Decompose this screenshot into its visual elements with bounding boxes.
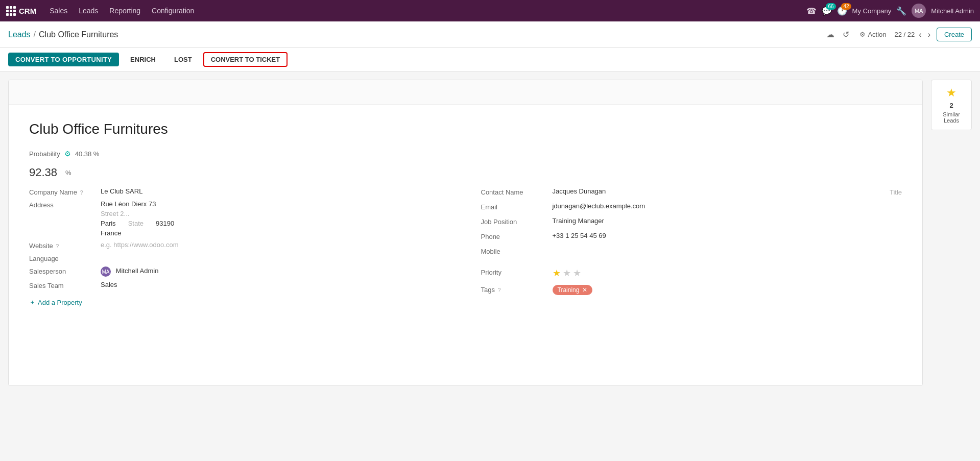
phone-value[interactable]: +33 1 25 54 45 69 bbox=[553, 232, 902, 239]
page-info: 22 / 22 bbox=[895, 31, 915, 38]
street2-placeholder[interactable]: Street 2... bbox=[101, 210, 174, 217]
grid-icon bbox=[6, 6, 16, 16]
enrich-button[interactable]: ENRICH bbox=[123, 53, 163, 66]
form-card: Club Office Furnitures Probability ⚙ 40.… bbox=[8, 80, 923, 386]
gear-icon: ⚙ bbox=[859, 31, 866, 38]
convert-to-opportunity-button[interactable]: CONVERT TO OPPORTUNITY bbox=[8, 53, 119, 66]
language-row: Language bbox=[29, 254, 450, 262]
probability-label: Probability bbox=[29, 150, 60, 158]
main-content: Club Office Furnitures Probability ⚙ 40.… bbox=[0, 71, 980, 394]
street1-value[interactable]: Rue Léon Dierx 73 bbox=[101, 200, 174, 208]
avatar[interactable]: MA bbox=[912, 4, 926, 18]
breadcrumb: Leads / Club Office Furnitures bbox=[8, 30, 820, 39]
mobile-label: Mobile bbox=[481, 247, 553, 255]
nav-configuration[interactable]: Configuration bbox=[147, 5, 199, 17]
city-row: Paris State 93190 bbox=[101, 220, 174, 227]
priority-star-3[interactable]: ★ bbox=[573, 268, 581, 279]
prev-page-button[interactable]: ‹ bbox=[917, 29, 923, 40]
priority-stars[interactable]: ★ ★ ★ bbox=[553, 268, 581, 279]
priority-star-1[interactable]: ★ bbox=[553, 268, 561, 279]
refresh-icon[interactable]: ↺ bbox=[841, 28, 851, 41]
salesperson-value[interactable]: MA Mitchell Admin bbox=[101, 266, 450, 277]
email-row: Email jdunagan@leclub.example.com bbox=[481, 202, 902, 211]
similar-leads-panel[interactable]: ★ 2 Similar Leads bbox=[931, 80, 972, 130]
mobile-row: Mobile bbox=[481, 247, 902, 255]
activity-icon[interactable]: 🕐 42 bbox=[837, 6, 847, 16]
next-page-button[interactable]: › bbox=[926, 29, 933, 40]
chat-icon[interactable]: 💬 66 bbox=[822, 6, 832, 16]
score-value[interactable]: 92.38 bbox=[29, 166, 57, 179]
tag-training: Training ✕ bbox=[553, 285, 593, 295]
wrench-icon[interactable]: 🔧 bbox=[896, 6, 906, 16]
lost-button[interactable]: LOST bbox=[167, 53, 199, 66]
company-name-row: Company Name ? Le Club SARL bbox=[29, 187, 450, 196]
breadcrumb-bar: Leads / Club Office Furnitures ☁ ↺ ⚙ Act… bbox=[0, 21, 980, 48]
salesperson-avatar: MA bbox=[101, 266, 111, 277]
address-row: Address Rue Léon Dierx 73 Street 2... Pa… bbox=[29, 200, 450, 237]
nav-right: ☎ 💬 66 🕐 42 My Company 🔧 MA Mitchell Adm… bbox=[806, 4, 974, 18]
phone-row: Phone +33 1 25 54 45 69 bbox=[481, 232, 902, 240]
tag-remove-button[interactable]: ✕ bbox=[582, 286, 587, 294]
plus-icon: ＋ bbox=[29, 298, 36, 307]
add-property[interactable]: ＋ Add a Property bbox=[29, 298, 450, 307]
main-nav: Sales Leads Reporting Configuration bbox=[44, 5, 804, 17]
tags-row: Tags ? Training ✕ bbox=[481, 285, 902, 295]
job-position-value[interactable]: Training Manager bbox=[553, 217, 902, 225]
website-placeholder[interactable]: e.g. https://www.odoo.com bbox=[101, 241, 450, 249]
company-name-value[interactable]: Le Club SARL bbox=[101, 187, 450, 195]
similar-leads-star-icon: ★ bbox=[946, 86, 957, 100]
score-row: 92.38 % bbox=[29, 166, 902, 179]
nav-sales[interactable]: Sales bbox=[44, 5, 73, 17]
address-fields: Rue Léon Dierx 73 Street 2... Paris Stat… bbox=[101, 200, 174, 237]
lead-title[interactable]: Club Office Furnitures bbox=[29, 121, 902, 137]
sales-team-row: Sales Team Sales bbox=[29, 281, 450, 289]
company-name-help-icon[interactable]: ? bbox=[80, 189, 83, 196]
zip-value[interactable]: 93190 bbox=[156, 220, 174, 227]
upload-icon[interactable]: ☁ bbox=[824, 28, 836, 41]
breadcrumb-parent[interactable]: Leads bbox=[8, 30, 31, 39]
action-menu[interactable]: ⚙ Action bbox=[855, 29, 890, 40]
address-label: Address bbox=[29, 200, 101, 209]
email-value[interactable]: jdunagan@leclub.example.com bbox=[553, 202, 902, 210]
tag-label: Training bbox=[558, 286, 580, 294]
title-label: Title bbox=[890, 187, 902, 196]
salesperson-label: Salesperson bbox=[29, 266, 101, 275]
state-placeholder[interactable]: State bbox=[128, 220, 144, 227]
sales-team-value[interactable]: Sales bbox=[101, 281, 450, 288]
sales-team-label: Sales Team bbox=[29, 281, 101, 289]
company-name[interactable]: My Company bbox=[852, 7, 892, 15]
app-logo[interactable]: CRM bbox=[6, 6, 36, 16]
score-unit: % bbox=[65, 169, 71, 177]
bar-actions: ☁ ↺ ⚙ Action 22 / 22 ‹ › Create bbox=[824, 28, 972, 41]
salesperson-row: Salesperson MA Mitchell Admin bbox=[29, 266, 450, 277]
nav-reporting[interactable]: Reporting bbox=[104, 5, 146, 17]
job-position-row: Job Position Training Manager bbox=[481, 217, 902, 226]
tags-help-icon[interactable]: ? bbox=[498, 287, 501, 293]
contact-name-value[interactable]: Jacques Dunagan bbox=[553, 187, 869, 195]
job-position-label: Job Position bbox=[481, 217, 553, 226]
priority-star-2[interactable]: ★ bbox=[563, 268, 571, 279]
city-value[interactable]: Paris bbox=[101, 220, 116, 227]
top-navigation: CRM Sales Leads Reporting Configuration … bbox=[0, 0, 980, 21]
probability-gear-icon[interactable]: ⚙ bbox=[64, 150, 71, 158]
action-toolbar: CONVERT TO OPPORTUNITY ENRICH LOST CONVE… bbox=[0, 48, 980, 71]
priority-row: Priority ★ ★ ★ bbox=[481, 268, 902, 279]
probability-row: Probability ⚙ 40.38 % bbox=[29, 150, 902, 158]
website-row: Website ? e.g. https://www.odoo.com bbox=[29, 241, 450, 250]
create-button[interactable]: Create bbox=[937, 28, 972, 41]
action-label: Action bbox=[868, 31, 886, 38]
convert-to-ticket-button[interactable]: CONVERT TO TICKET bbox=[203, 52, 288, 67]
nav-leads[interactable]: Leads bbox=[74, 5, 103, 17]
contact-name-label: Contact Name bbox=[481, 187, 553, 196]
support-icon[interactable]: ☎ bbox=[806, 6, 817, 16]
phone-label: Phone bbox=[481, 232, 553, 240]
language-label: Language bbox=[29, 254, 101, 262]
website-label: Website ? bbox=[29, 241, 101, 250]
country-value[interactable]: France bbox=[101, 229, 174, 237]
chat-badge: 66 bbox=[826, 3, 835, 10]
breadcrumb-current: Club Office Furnitures bbox=[39, 30, 118, 39]
tags-label: Tags ? bbox=[481, 285, 553, 294]
similar-leads-count: 2 bbox=[949, 102, 953, 109]
user-name[interactable]: Mitchell Admin bbox=[931, 7, 974, 15]
website-help-icon[interactable]: ? bbox=[56, 243, 59, 249]
